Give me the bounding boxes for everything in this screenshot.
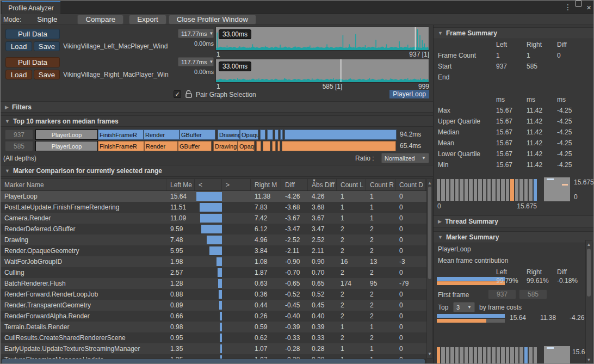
table-row[interactable]: Drawing7.484.96-2.522.52220 <box>1 235 426 245</box>
close-icon[interactable]: × <box>586 2 591 12</box>
first-frame-right-button[interactable]: 585 <box>519 289 547 299</box>
column-header-abs-diff[interactable]: ▼Abs Diff <box>308 179 337 190</box>
filters-section-header[interactable]: ▶Filters <box>1 101 433 113</box>
column-header--[interactable]: < <box>195 179 222 190</box>
marker-segment[interactable]: GBuffer <box>180 129 215 140</box>
marker-segment[interactable]: FinishFrameR <box>98 141 144 151</box>
table-row[interactable]: Render.OpaqueGeometry5.953.84-2.112.1122… <box>1 245 426 256</box>
marker-segment[interactable]: Render <box>144 141 178 151</box>
marker-segment[interactable]: Drawing <box>218 129 240 140</box>
top10-marker-bar[interactable]: PlayerLoopFinishFrameRRenderGBufferDrawi… <box>35 129 398 140</box>
panel-scrollbar[interactable]: ▲ ▼ <box>585 240 592 364</box>
marker-summary-header[interactable]: ▼Marker Summary <box>434 231 594 243</box>
table-row[interactable]: Render.TransparentGeometry0.890.44-0.450… <box>1 300 426 311</box>
cell-value: 1.87 <box>251 267 281 278</box>
table-row[interactable]: BatchRenderer.Flush1.280.63-0.650.651749… <box>1 278 426 289</box>
table-row[interactable]: CullResults.CreateSharedRendererScene0.9… <box>1 332 426 343</box>
column-header-left-me[interactable]: Left Me <box>166 179 195 190</box>
load-left-button[interactable]: Load <box>5 41 32 51</box>
column-header-right-m[interactable]: Right M <box>251 179 281 190</box>
table-row[interactable]: RenderDeferred.GBuffer9.596.12-3.473.472… <box>1 224 426 235</box>
marker-segment[interactable] <box>275 129 279 140</box>
table-row[interactable]: Camera.Render11.097.42-3.673.67110 <box>1 213 426 224</box>
load-right-button[interactable]: Load <box>5 70 32 79</box>
export-button[interactable]: Export <box>129 15 166 24</box>
table-row[interactable]: PlayerLoop15.6411.38-4.264.26110 <box>1 191 426 202</box>
left-yaxis-max-dropdown[interactable]: 117.77ms▼ <box>178 29 214 38</box>
table-row[interactable]: RenderForward.RenderLoopJob0.880.36-0.52… <box>1 289 426 300</box>
close-profiler-button[interactable]: Close Profiler Window <box>169 15 256 24</box>
marker-segment[interactable] <box>267 129 273 140</box>
marker-boxplot[interactable] <box>544 346 570 364</box>
save-left-button[interactable]: Save <box>34 41 60 51</box>
kebab-menu-icon[interactable]: ⋮ <box>564 2 572 12</box>
table-horizontal-scrollbar[interactable] <box>1 359 426 364</box>
marker-segment[interactable]: Drawing <box>213 141 238 151</box>
first-frame-left-button[interactable]: 937 <box>488 289 516 299</box>
left-frame-graph[interactable]: 33.00ms <box>215 27 429 51</box>
frame-boxplot[interactable] <box>544 177 570 201</box>
cell-value: 0.26 <box>251 311 281 322</box>
top-count-dropdown[interactable]: 3▼ <box>453 302 475 312</box>
column-header-count-l[interactable]: Count L <box>337 179 366 190</box>
marker-segment[interactable]: Render <box>144 129 180 140</box>
mode-single-button[interactable]: Single <box>27 15 67 24</box>
marker-segment[interactable]: GBuffer <box>178 141 212 151</box>
marker-segment[interactable]: PlayerLoop <box>35 129 98 140</box>
column-header-marker-name[interactable]: Marker Name <box>1 179 166 190</box>
table-row[interactable]: RenderForwardAlpha.Render0.660.26-0.400.… <box>1 311 426 322</box>
summary-row-label: Start <box>438 63 451 70</box>
table-row[interactable]: WaitForJobGroupID1.981.08-0.900.901613-3 <box>1 256 426 267</box>
right-yaxis-max-dropdown[interactable]: 117.77ms▼ <box>178 57 214 66</box>
column-header--[interactable]: > <box>222 179 251 190</box>
marker-segment[interactable]: PlayerLoop <box>35 141 98 151</box>
column-header-count-r[interactable]: Count R <box>366 179 395 190</box>
lock-icon[interactable] <box>185 90 193 98</box>
right-graph-x-selected: 585 [1] <box>305 83 360 90</box>
top10-frame-button[interactable]: 937 <box>5 129 33 140</box>
marker-segment[interactable] <box>284 129 397 140</box>
marker-segment[interactable] <box>256 141 261 151</box>
marker-segment[interactable]: Opaqu <box>240 129 258 140</box>
pair-graph-checkbox[interactable]: ✓ <box>174 90 181 98</box>
table-row[interactable]: PostLateUpdate.FinishFrameRendering11.51… <box>1 202 426 213</box>
marker-segment[interactable] <box>272 141 276 151</box>
top10-marker-bar[interactable]: PlayerLoopFinishFrameRRenderGBufferDrawi… <box>35 141 398 151</box>
thread-summary-header[interactable]: ▶Thread Summary <box>434 215 594 227</box>
marker-segment[interactable]: Opaqu <box>238 141 255 151</box>
tab-profile-analyzer[interactable]: Profile Analyzer <box>2 1 60 14</box>
scroll-down-icon[interactable]: ▼ <box>586 357 592 362</box>
pull-data-left-button[interactable]: Pull Data <box>5 29 60 39</box>
cell-value <box>195 332 222 343</box>
scroll-down-icon[interactable]: ▼ <box>427 351 432 356</box>
table-row[interactable]: EarlyUpdate.UpdateTextureStreamingManage… <box>1 343 426 354</box>
ratio-dropdown[interactable]: Normalized▼ <box>381 153 429 163</box>
maximize-icon[interactable] <box>576 1 581 7</box>
selected-marker-chip[interactable]: PlayerLoop <box>389 90 429 98</box>
comparison-section-header[interactable]: ▼Marker Comparison for currently selecte… <box>1 165 433 177</box>
marker-segment[interactable] <box>282 141 396 151</box>
mode-label: Mode: <box>3 16 21 23</box>
pull-data-right-button[interactable]: Pull Data <box>5 57 60 67</box>
table-vertical-scrollbar[interactable]: ▲ ▼ <box>426 178 433 359</box>
histogram-bar <box>510 347 513 364</box>
frame-summary-header[interactable]: ▼Frame Summary <box>434 27 594 39</box>
frame-histogram[interactable] <box>437 179 537 201</box>
scroll-up-icon[interactable]: ▲ <box>586 242 592 247</box>
table-row[interactable]: Culling2.571.87-0.700.70220 <box>1 267 426 278</box>
marker-segment[interactable]: FinishFrameR <box>98 129 144 140</box>
column-header-diff[interactable]: Diff <box>281 179 308 190</box>
mode-compare-button[interactable]: Compare <box>77 15 123 24</box>
marker-segment[interactable] <box>263 141 270 151</box>
marker-histogram[interactable] <box>437 347 537 364</box>
summary-value: 585 <box>527 63 537 70</box>
marker-segment[interactable] <box>260 129 265 140</box>
right-frame-graph[interactable]: 33.00ms <box>215 59 429 83</box>
top10-section-header[interactable]: ▼Top 10 markers on median frames <box>1 115 433 127</box>
save-right-button[interactable]: Save <box>34 70 60 79</box>
scroll-up-icon[interactable]: ▲ <box>427 181 432 186</box>
column-header-count-d[interactable]: Count D <box>395 179 426 190</box>
table-row[interactable]: Terrain.Details.Render0.980.59-0.390.391… <box>1 322 426 332</box>
top10-frame-button[interactable]: 585 <box>5 141 33 151</box>
summary-value: -4.25 <box>557 118 572 125</box>
